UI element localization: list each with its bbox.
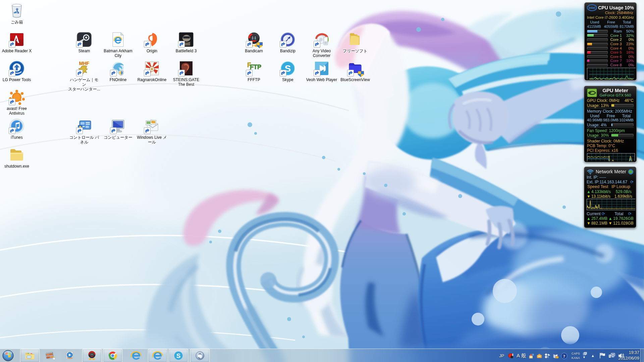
svg-text:S: S [176, 352, 181, 359]
svg-text:MHF: MHF [79, 61, 90, 66]
svg-text:FTP: FTP [250, 64, 261, 70]
svg-text:intel: intel [589, 6, 596, 10]
svg-text:?: ? [563, 354, 566, 359]
